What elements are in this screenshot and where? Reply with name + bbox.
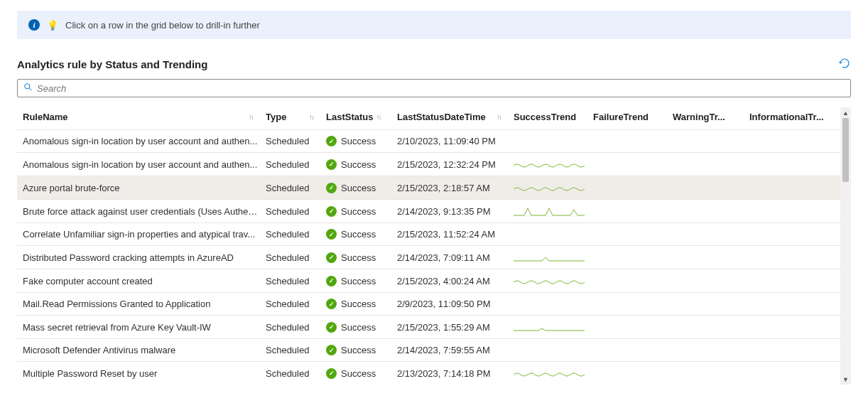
col-laststatus[interactable]: LastStatus ↑↓ (326, 112, 397, 122)
cell-laststatus: ✓Success (326, 345, 397, 355)
cell-rulename: Anomalous sign-in location by user accou… (23, 136, 266, 146)
cell-type: Scheduled (266, 136, 326, 146)
cell-type: Scheduled (266, 276, 326, 286)
sort-icon: ↑↓ (497, 113, 501, 121)
col-warningtrend[interactable]: WarningTr... (673, 112, 749, 122)
status-label: Success (341, 299, 376, 309)
cell-laststatus: ✓Success (326, 136, 397, 146)
status-label: Success (341, 206, 376, 217)
col-rulename[interactable]: RuleName ↑↓ (23, 112, 266, 122)
cell-rulename: Azure portal brute-force (23, 183, 266, 193)
search-wrap[interactable] (17, 79, 851, 97)
sparkline (514, 252, 585, 263)
cell-laststatus: ✓Success (326, 276, 397, 286)
cell-rulename: Mass secret retrieval from Azure Key Vau… (23, 322, 266, 333)
col-failuretrend[interactable]: FailureTrend (593, 112, 673, 122)
cell-laststatus: ✓Success (326, 206, 397, 217)
cell-laststatusdatetime: 2/14/2023, 9:13:35 PM (397, 206, 514, 217)
col-successtrend[interactable]: SuccessTrend (514, 112, 593, 122)
cell-rulename: Multiple Password Reset by user (23, 368, 266, 379)
table-row[interactable]: Microsoft Defender Antivirus malwareSche… (17, 338, 840, 361)
table-row[interactable]: Distributed Password cracking attempts i… (17, 245, 840, 269)
table-row[interactable]: Correlate Unfamiliar sign-in properties … (17, 222, 840, 245)
cell-laststatus: ✓Success (326, 183, 397, 193)
table-row[interactable]: Anomalous sign-in location by user accou… (17, 152, 840, 176)
table-row[interactable]: Brute force attack against user credenti… (17, 199, 840, 222)
undo-icon[interactable] (838, 57, 851, 72)
sparkline (514, 182, 585, 193)
cell-rulename: Fake computer account created (23, 276, 266, 286)
cell-rulename: Mail.Read Permissions Granted to Applica… (23, 299, 266, 309)
success-icon: ✓ (326, 368, 337, 379)
col-type-label: Type (266, 112, 286, 122)
sort-icon: ↑↓ (376, 113, 380, 121)
status-label: Success (341, 136, 376, 146)
cell-successtrend (514, 205, 593, 217)
cell-type: Scheduled (266, 206, 326, 217)
cell-successtrend (514, 321, 593, 333)
cell-successtrend (514, 368, 593, 379)
cell-laststatus: ✓Success (326, 159, 397, 170)
search-input[interactable] (37, 83, 845, 94)
col-laststatusdatetime-label: LastStatusDateTime (397, 112, 486, 122)
info-banner: i 💡 Click on a row in the grid below to … (17, 11, 851, 39)
col-informationaltrend-label: InformationalTr... (749, 112, 824, 122)
status-label: Success (341, 368, 376, 379)
svg-point-0 (25, 84, 30, 89)
table-row[interactable]: Anomalous sign-in location by user accou… (17, 129, 840, 152)
scrollbar-thumb[interactable] (842, 118, 849, 182)
col-failuretrend-label: FailureTrend (593, 112, 649, 122)
col-informationaltrend[interactable]: InformationalTr... (749, 112, 835, 122)
status-label: Success (341, 345, 376, 355)
status-label: Success (341, 159, 376, 170)
sort-icon: ↑↓ (249, 113, 253, 121)
success-icon: ✓ (326, 299, 337, 309)
cell-rulename: Microsoft Defender Antivirus malware (23, 345, 266, 355)
success-icon: ✓ (326, 252, 337, 263)
cell-laststatusdatetime: 2/9/2023, 11:09:50 PM (397, 299, 514, 309)
cell-rulename: Correlate Unfamiliar sign-in properties … (23, 229, 266, 240)
table-row[interactable]: Mail.Read Permissions Granted to Applica… (17, 292, 840, 315)
col-type[interactable]: Type ↑↓ (266, 112, 326, 122)
table-row[interactable]: Fake computer account createdScheduled✓S… (17, 269, 840, 292)
table-row[interactable]: Azure portal brute-forceScheduled✓Succes… (17, 176, 840, 199)
cell-type: Scheduled (266, 159, 326, 170)
table-header: RuleName ↑↓ Type ↑↓ LastStatus ↑↓ LastSt… (17, 107, 840, 129)
cell-laststatusdatetime: 2/15/2023, 4:00:24 AM (397, 276, 514, 286)
cell-rulename: Distributed Password cracking attempts i… (23, 252, 266, 263)
sparkline (514, 368, 585, 379)
sparkline (514, 205, 585, 217)
success-icon: ✓ (326, 345, 337, 355)
success-icon: ✓ (326, 136, 337, 146)
cell-type: Scheduled (266, 229, 326, 240)
cell-successtrend (514, 275, 593, 286)
col-laststatusdatetime[interactable]: LastStatusDateTime ↑↓ (397, 112, 514, 122)
cell-type: Scheduled (266, 299, 326, 309)
cell-rulename: Brute force attack against user credenti… (23, 206, 266, 217)
scroll-up-icon[interactable]: ▲ (840, 107, 851, 118)
success-icon: ✓ (326, 276, 337, 286)
table-row[interactable]: Mass secret retrieval from Azure Key Vau… (17, 315, 840, 338)
cell-type: Scheduled (266, 368, 326, 379)
section-title: Analytics rule by Status and Trending (17, 58, 207, 70)
cell-type: Scheduled (266, 252, 326, 263)
scroll-down-icon[interactable]: ▼ (840, 374, 851, 385)
table-row[interactable]: Multiple Password Reset by userScheduled… (17, 361, 840, 385)
cell-laststatusdatetime: 2/14/2023, 7:59:55 AM (397, 345, 514, 355)
cell-laststatusdatetime: 2/10/2023, 11:09:40 PM (397, 136, 514, 146)
sparkline (514, 159, 585, 170)
scrollbar[interactable]: ▲ ▼ (840, 107, 851, 385)
search-icon (23, 82, 33, 94)
success-icon: ✓ (326, 322, 337, 333)
cell-laststatus: ✓Success (326, 252, 397, 263)
cell-successtrend (514, 182, 593, 193)
status-label: Success (341, 276, 376, 286)
bulb-icon: 💡 (47, 20, 58, 31)
col-warningtrend-label: WarningTr... (673, 112, 725, 122)
sparkline (514, 275, 585, 286)
table: RuleName ↑↓ Type ↑↓ LastStatus ↑↓ LastSt… (17, 107, 851, 385)
cell-laststatus: ✓Success (326, 322, 397, 333)
cell-laststatus: ✓Success (326, 229, 397, 240)
cell-type: Scheduled (266, 345, 326, 355)
cell-laststatusdatetime: 2/15/2023, 12:32:24 PM (397, 159, 514, 170)
